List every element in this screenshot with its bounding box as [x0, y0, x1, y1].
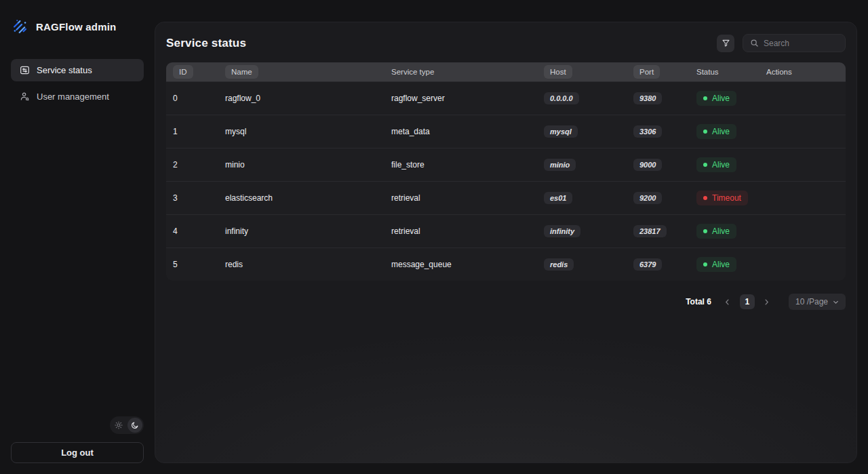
cell-name: redis: [218, 260, 384, 269]
cell-service-type: retrieval: [384, 226, 537, 236]
header-actions: [717, 34, 846, 52]
host-badge: minio: [544, 159, 576, 171]
sidebar-item-user-management[interactable]: User management: [11, 85, 144, 108]
status-badge: Alive: [696, 124, 736, 139]
service-table: ID Name Service type Host Port Status Ac…: [166, 62, 846, 281]
column-header-name[interactable]: Name: [225, 65, 258, 79]
cell-id: 5: [166, 260, 218, 269]
cell-id: 4: [166, 226, 218, 236]
moon-icon[interactable]: [127, 418, 142, 433]
port-badge: 23817: [633, 225, 667, 237]
page-title: Service status: [166, 37, 246, 50]
sidebar-item-label: User management: [37, 92, 109, 102]
host-badge: mysql: [544, 125, 578, 138]
table-row[interactable]: 1 mysql meta_data mysql 3306 Alive: [166, 115, 846, 148]
column-header-id[interactable]: ID: [173, 65, 193, 79]
cell-name: mysql: [218, 127, 384, 136]
sidebar: RAGFlow admin Service status: [0, 0, 155, 474]
cell-id: 2: [166, 160, 218, 170]
cell-name: ragflow_0: [218, 94, 384, 103]
table-row[interactable]: 3 elasticsearch retrieval es01 9200 Time…: [166, 181, 846, 214]
search-box[interactable]: [743, 34, 846, 52]
status-dot: [703, 229, 707, 233]
status-badge: Timeout: [696, 191, 748, 205]
status-dot: [703, 262, 707, 266]
table-row[interactable]: 2 minio file_store minio 9000 Alive: [166, 148, 846, 181]
column-header-port[interactable]: Port: [633, 65, 660, 79]
sidebar-item-service-status[interactable]: Service status: [11, 59, 144, 81]
chevron-right-icon[interactable]: [760, 295, 774, 309]
column-header-service-type: Service type: [384, 68, 537, 76]
status-badge: Alive: [696, 157, 736, 172]
table-header-row: ID Name Service type Host Port Status Ac…: [166, 62, 846, 81]
status-dot: [703, 96, 707, 100]
cell-name: minio: [218, 160, 384, 170]
sidebar-nav: Service status User management: [11, 59, 144, 108]
funnel-icon: [722, 39, 730, 47]
host-badge: redis: [544, 258, 574, 271]
current-page-button[interactable]: 1: [740, 294, 755, 309]
status-badge: Alive: [696, 91, 736, 106]
port-badge: 9000: [633, 159, 662, 171]
status-dot: [703, 163, 707, 167]
sidebar-item-label: Service status: [37, 65, 92, 75]
filter-button[interactable]: [717, 35, 734, 52]
user-management-icon: [20, 92, 30, 102]
status-dot: [703, 130, 707, 134]
port-badge: 9200: [633, 192, 662, 204]
column-header-actions: Actions: [760, 68, 846, 76]
cell-service-type: ragflow_server: [384, 94, 537, 103]
cell-id: 3: [166, 193, 218, 203]
page-size-select[interactable]: 10 /Page: [789, 294, 846, 310]
sun-icon[interactable]: [111, 418, 126, 433]
logout-button[interactable]: Log out: [11, 442, 144, 463]
host-badge: es01: [544, 192, 572, 204]
service-status-icon: [20, 65, 30, 75]
host-badge: infinity: [544, 225, 580, 237]
column-header-status: Status: [690, 68, 760, 76]
status-badge: Alive: [696, 257, 736, 272]
cell-name: infinity: [218, 226, 384, 236]
cell-service-type: message_queue: [384, 260, 537, 269]
status-dot: [703, 196, 707, 200]
sidebar-spacer: [11, 108, 144, 416]
table-row[interactable]: 4 infinity retrieval infinity 23817 Aliv…: [166, 214, 846, 248]
table-row[interactable]: 5 redis message_queue redis 6379 Alive: [166, 248, 846, 281]
port-badge: 6379: [633, 258, 662, 271]
chevron-left-icon[interactable]: [721, 295, 734, 309]
ragflow-logo-icon: [11, 18, 29, 36]
port-badge: 9380: [633, 92, 662, 104]
main-panel: Service status I: [155, 22, 857, 463]
total-count: Total 6: [686, 297, 711, 307]
cell-service-type: meta_data: [384, 127, 537, 136]
host-badge: 0.0.0.0: [544, 92, 579, 104]
column-header-host[interactable]: Host: [544, 65, 572, 79]
port-badge: 3306: [633, 125, 662, 138]
cell-id: 0: [166, 94, 218, 103]
status-badge: Alive: [696, 224, 736, 239]
brand: RAGFlow admin: [11, 18, 144, 36]
cell-service-type: file_store: [384, 160, 537, 170]
theme-toggle[interactable]: [110, 416, 144, 434]
cell-service-type: retrieval: [384, 193, 537, 203]
main-header: Service status: [155, 22, 856, 62]
app-title: RAGFlow admin: [36, 21, 116, 33]
search-input[interactable]: [764, 39, 838, 48]
cell-name: elasticsearch: [218, 193, 384, 203]
chevron-down-icon: [833, 299, 839, 305]
table-row[interactable]: 0 ragflow_0 ragflow_server 0.0.0.0 9380 …: [166, 81, 846, 115]
pagination: Total 6 1 10 /Page: [166, 294, 846, 310]
cell-id: 1: [166, 127, 218, 136]
magnifier-icon: [750, 39, 759, 47]
